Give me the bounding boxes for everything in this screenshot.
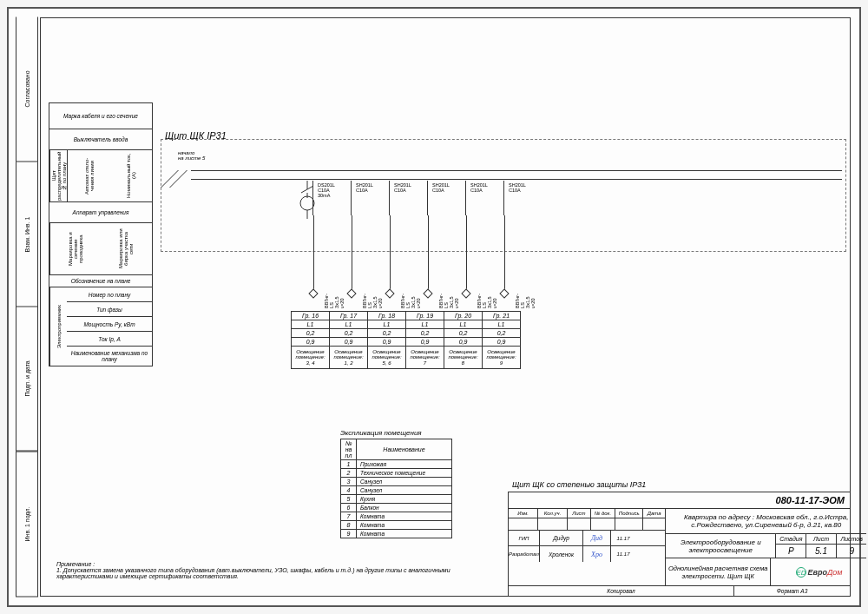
circuit: SH201L C10АВВГнг-LS 3x1,5 ɩ=20 [333, 179, 370, 297]
project-number: 080-11-17-ЭОМ [509, 492, 850, 508]
breaker-icon: SH201L C10А [457, 181, 476, 215]
side-tab: Взам. Инв. 1 [16, 162, 38, 307]
side-tab: Согласовано [16, 17, 38, 162]
logo: EDЕвро Дом [771, 558, 866, 585]
breaker-icon: SH201L C10А [380, 181, 399, 215]
title-block: 080-11-17-ЭОМ Изм. Кол.уч. Лист № док. П… [508, 492, 851, 597]
circuit: SH201L C10АВВГнг-LS 3x1,5 ɩ=20 [372, 179, 408, 297]
side-tab: Подп. и дата [16, 307, 38, 452]
bus-origin-note: начало на листе 5 [178, 150, 205, 161]
side-tab: Инв. 1 подл. [16, 452, 38, 597]
footnote: Примечание : 1. Допускается замена указа… [56, 561, 473, 579]
circuit: DS201L C10А 30mАВВГнг-LS 3x1,5 ɩ=20 [295, 179, 332, 297]
breaker-icon: SH201L C10А [418, 181, 437, 215]
breaker-icon: DS201L C10А 30mА [304, 181, 323, 215]
legend-block: Марка кабеля и его сечение Выключатель в… [49, 102, 153, 366]
breaker-icon: SH201L C10А [342, 181, 361, 215]
circuit: SH201L C10АВВГнг-LS 3x1,5 ɩ=20 [410, 179, 446, 297]
group-table: Гр. 16Гр. 17Гр. 18Гр. 19Гр. 20Гр. 21 L1L… [291, 311, 521, 369]
circuit: SH201L C10АВВГнг-LS 3x1,5 ɩ=20 [448, 179, 484, 297]
explication-table: Экспликация помещения № на плНаименовани… [340, 429, 452, 538]
side-tabs: Согласовано Взам. Инв. 1 Подп. и дата Ин… [16, 17, 38, 597]
drawing-sheet: Согласовано Взам. Инв. 1 Подп. и дата Ин… [7, 7, 861, 607]
circuit-columns: DS201L C10А 30mАВВГнг-LS 3x1,5 ɩ=20 SH20… [295, 179, 556, 297]
breaker-icon: SH201L C10А [495, 181, 514, 215]
panel-protection-note: Щит ЩК со степенью защиты IP31 [512, 480, 646, 489]
circuit: SH201L C10АВВГнг-LS 3x1,5 ɩ=20 [486, 179, 523, 297]
